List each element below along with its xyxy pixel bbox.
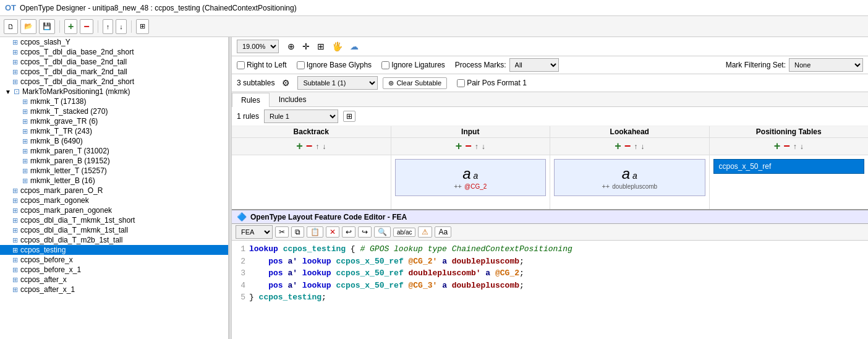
pair-pos-input[interactable] bbox=[457, 79, 465, 87]
toolbar-grid-btn[interactable]: ⊞ bbox=[136, 19, 149, 34]
sidebar-item-ccpos-t-dbl-3[interactable]: ⊞ ccpos_T_dbl_dia_mark_2nd_tall bbox=[0, 67, 228, 77]
sidebar-item-mkmk-letter-t[interactable]: ⊞ mkmk_letter_T (15257) bbox=[0, 166, 228, 176]
sidebar-item-mkmk-t[interactable]: ⊞ mkmk_T (17138) bbox=[0, 97, 228, 106]
sidebar-item-ccpos-after-x[interactable]: ⊞ ccpos_after_x bbox=[0, 275, 228, 285]
sidebar-item-mkmk-paren-t[interactable]: ⊞ mkmk_paren_T (31002) bbox=[0, 146, 228, 156]
input-up-btn[interactable]: ↑ bbox=[474, 142, 479, 151]
sidebar-item-ccpos-mark-paren-ogonek[interactable]: ⊞ ccpos_mark_paren_ogonek bbox=[0, 205, 228, 215]
tab-includes[interactable]: Includes bbox=[270, 92, 316, 106]
lookahead-up-btn[interactable]: ↑ bbox=[633, 142, 638, 151]
positioning-down-btn[interactable]: ↓ bbox=[799, 142, 804, 151]
sidebar-item-ccpos-mark-ogonek[interactable]: ⊞ ccpos_mark_ogonek bbox=[0, 195, 228, 205]
right-to-left-checkbox[interactable]: Right to Left bbox=[237, 61, 287, 69]
positioning-add-btn[interactable]: + bbox=[773, 140, 781, 153]
sidebar-item-ccpos-t-dbl-4[interactable]: ⊞ ccpos_T_dbl_dia_mark_2nd_short bbox=[0, 77, 228, 87]
rules-controls: 1 rules Rule 1 ⊞ bbox=[232, 107, 868, 126]
backtrack-down-btn[interactable]: ↓ bbox=[321, 142, 326, 151]
rule-grid-btn[interactable]: ⊞ bbox=[343, 111, 355, 122]
code-line-3: 3 pos a' lookup ccpos_x_50_ref doubleplu… bbox=[237, 267, 863, 280]
sidebar-item-mkmk-b[interactable]: ⊞ mkmk_B (6490) bbox=[0, 136, 228, 146]
fea-replace-btn[interactable]: ab/ac bbox=[393, 228, 415, 237]
ignore-ligatures-checkbox[interactable]: Ignore Ligatures bbox=[381, 61, 445, 69]
sidebar-item-mkmk-grave-tr[interactable]: ⊞ mkmk_grave_TR (6) bbox=[0, 116, 228, 126]
sidebar-item-ccpos-dbl-short[interactable]: ⊞ ccpos_dbl_dia_T_mkmk_1st_short bbox=[0, 215, 228, 225]
crosshair-btn[interactable]: ✛ bbox=[300, 40, 312, 53]
fea-cut-btn[interactable]: ✂ bbox=[275, 226, 289, 238]
fea-paste-btn[interactable]: 📋 bbox=[307, 226, 323, 238]
sidebar-item-ccpos-slash-y[interactable]: ⊞ ccpos_slash_Y bbox=[0, 37, 228, 47]
sidebar-item-ccpos-testing[interactable]: ⊞ ccpos_testing bbox=[0, 245, 228, 255]
ignore-base-glyphs-checkbox[interactable]: Ignore Base Glyphs bbox=[297, 61, 372, 69]
positioning-column: Positioning Tables + − ↑ ↓ ccpos_x_50_re… bbox=[710, 126, 869, 209]
zoom-select[interactable]: 19.00% bbox=[237, 40, 279, 53]
backtrack-up-btn[interactable]: ↑ bbox=[315, 142, 320, 151]
toolbar-add-btn[interactable]: + bbox=[64, 19, 77, 34]
sidebar-item-ccpos-before-x1[interactable]: ⊞ ccpos_before_x_1 bbox=[0, 265, 228, 275]
code-line-2: 2 pos a' lookup ccpos_x_50_ref @CG_2' a … bbox=[237, 255, 863, 268]
pair-pos-checkbox[interactable]: Pair Pos Format 1 bbox=[457, 79, 527, 87]
lookahead-down-btn[interactable]: ↓ bbox=[640, 142, 645, 151]
fea-title: OpenType Layout Feature Code Editor - FE… bbox=[250, 213, 407, 221]
ignore-ligatures-input[interactable] bbox=[381, 61, 389, 69]
sidebar-item-ccpos-dbl-tall[interactable]: ⊞ ccpos_dbl_dia_T_mkmk_1st_tall bbox=[0, 225, 228, 235]
input-glyph-item[interactable]: a a ++ @CG_2 bbox=[395, 159, 547, 196]
positioning-controls: + − ↑ ↓ bbox=[710, 138, 869, 155]
rule-select[interactable]: Rule 1 bbox=[264, 109, 338, 123]
sidebar-item-mkmk-paren-b[interactable]: ⊞ mkmk_paren_B (19152) bbox=[0, 156, 228, 166]
lookahead-add-btn[interactable]: + bbox=[614, 140, 622, 153]
clear-icon: ⊛ bbox=[388, 79, 394, 87]
upload-btn[interactable]: ☁ bbox=[347, 40, 361, 53]
fit-page-btn[interactable]: ⊕ bbox=[285, 40, 297, 53]
sidebar-item-ccpos-before-x[interactable]: ⊞ ccpos_before_x bbox=[0, 255, 228, 265]
tab-rules[interactable]: Rules bbox=[232, 93, 270, 107]
glyph-icon: ⊞ bbox=[12, 276, 18, 284]
input-add-btn[interactable]: + bbox=[455, 140, 463, 153]
positioning-table-item[interactable]: ccpos_x_50_ref bbox=[713, 159, 865, 174]
sidebar-item-ccpos-after-x1[interactable]: ⊞ ccpos_after_x_1 bbox=[0, 285, 228, 294]
fea-warn-btn[interactable]: ⚠ bbox=[418, 226, 432, 238]
sidebar-item-ccpos-mark-paren[interactable]: ⊞ ccpos_mark_paren_O_R bbox=[0, 186, 228, 195]
sidebar-item-ccpos-t-dbl-2[interactable]: ⊞ ccpos_T_dbl_dia_base_2nd_tall bbox=[0, 57, 228, 67]
fea-format-select[interactable]: FEA bbox=[236, 225, 273, 239]
fea-delete-btn[interactable]: ✕ bbox=[326, 226, 339, 238]
toolbar-save-btn[interactable]: 💾 bbox=[39, 19, 55, 34]
input-remove-btn[interactable]: − bbox=[464, 140, 472, 153]
fea-copy-btn[interactable]: ⧉ bbox=[291, 226, 304, 238]
lookahead-remove-btn[interactable]: − bbox=[624, 140, 632, 153]
right-to-left-input[interactable] bbox=[237, 61, 245, 69]
fea-font-btn[interactable]: Aa bbox=[435, 226, 451, 238]
input-column: Input + − ↑ ↓ a a bbox=[391, 126, 551, 209]
subtable-select[interactable]: Subtable 1 (1) bbox=[297, 76, 378, 90]
positioning-remove-btn[interactable]: − bbox=[783, 140, 791, 153]
subtable-settings-btn[interactable]: ⚙ bbox=[279, 77, 292, 89]
sidebar-item-mkmk-letter-b[interactable]: ⊞ mkmk_letter_B (16) bbox=[0, 176, 228, 186]
input-down-btn[interactable]: ↓ bbox=[481, 142, 486, 151]
sidebar-item-ccpos-t-dbl-1[interactable]: ⊞ ccpos_T_dbl_dia_base_2nd_short bbox=[0, 47, 228, 57]
fea-redo-btn[interactable]: ↪ bbox=[358, 226, 372, 238]
backtrack-add-btn[interactable]: + bbox=[296, 140, 304, 153]
lookahead-glyph-item[interactable]: a a ++ doublepluscomb bbox=[554, 159, 705, 196]
toolbar-remove-btn[interactable]: − bbox=[80, 19, 93, 34]
fea-find-btn[interactable]: 🔍 bbox=[374, 226, 391, 238]
sidebar-item-ccpos-dbl-m2b[interactable]: ⊞ ccpos_dbl_dia_T_m2b_1st_tall bbox=[0, 235, 228, 245]
glyph-icon: ⊞ bbox=[12, 48, 18, 56]
sidebar-item-mkmk-t-stacked[interactable]: ⊞ mkmk_T_stacked (270) bbox=[0, 106, 228, 116]
toolbar-new-btn[interactable]: 🗋 bbox=[4, 19, 18, 34]
toolbar-down-btn[interactable]: ↓ bbox=[116, 19, 127, 34]
fea-undo-btn[interactable]: ↩ bbox=[342, 226, 355, 238]
sidebar-group-mkmk[interactable]: ▼ ⊡ MarkToMarkPositioning1 (mkmk) bbox=[0, 87, 228, 97]
toolbar-open-btn[interactable]: 📂 bbox=[20, 19, 36, 34]
mark-filtering-select[interactable]: None bbox=[789, 58, 863, 72]
glyph-icon: ⊞ bbox=[22, 108, 28, 116]
fea-code-area[interactable]: 1 lookup ccpos_testing { # GPOS lookup t… bbox=[232, 241, 868, 339]
process-marks-select[interactable]: All bbox=[509, 58, 559, 72]
ignore-base-glyphs-input[interactable] bbox=[297, 61, 305, 69]
backtrack-remove-btn[interactable]: − bbox=[305, 140, 313, 153]
toolbar-up-btn[interactable]: ↑ bbox=[103, 19, 114, 34]
clear-subtable-btn[interactable]: ⊛ Clear Subtable bbox=[383, 77, 447, 89]
sidebar-item-mkmk-t-tr[interactable]: ⊞ mkmk_T_TR (243) bbox=[0, 126, 228, 136]
hand-btn[interactable]: 🖐 bbox=[330, 40, 345, 53]
lookahead-glyph-small: a bbox=[632, 171, 637, 181]
positioning-up-btn[interactable]: ↑ bbox=[793, 142, 798, 151]
grid-view-btn[interactable]: ⊞ bbox=[315, 40, 327, 53]
